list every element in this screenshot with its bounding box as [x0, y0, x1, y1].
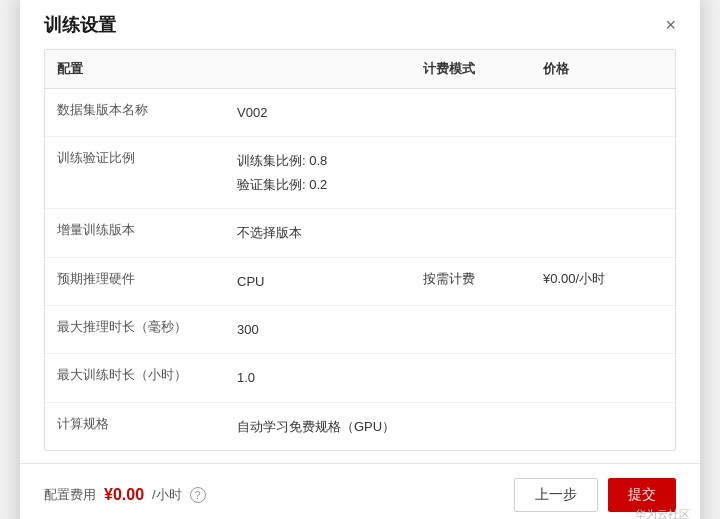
table-row: 数据集版本名称 V002 [45, 89, 675, 137]
row-label: 训练验证比例 [57, 149, 237, 167]
table-row: 训练验证比例 训练集比例: 0.8 验证集比例: 0.2 [45, 137, 675, 209]
row-value: CPU [237, 270, 423, 293]
row-label: 最大推理时长（毫秒） [57, 318, 237, 336]
prev-button[interactable]: 上一步 [514, 478, 598, 512]
footer-left: 配置费用 ¥0.00 /小时 ? [44, 486, 206, 504]
dialog-title: 训练设置 [44, 13, 116, 37]
col-config: 配置 [57, 60, 237, 78]
settings-table: 配置 计费模式 价格 数据集版本名称 V002 训练验证比例 训练集比例: 0.… [44, 49, 676, 451]
config-fee-value: ¥0.00 [104, 486, 144, 504]
row-value: V002 [237, 101, 423, 124]
row-label: 预期推理硬件 [57, 270, 237, 288]
config-fee-unit: /小时 [152, 486, 182, 504]
close-button[interactable]: × [665, 16, 676, 34]
table-row: 最大推理时长（毫秒） 300 [45, 306, 675, 354]
dialog-header: 训练设置 × [20, 0, 700, 49]
table-row: 计算规格 自动学习免费规格（GPU） [45, 403, 675, 450]
row-value: 不选择版本 [237, 221, 423, 244]
row-label: 数据集版本名称 [57, 101, 237, 119]
row-price: ¥0.00/小时 [543, 270, 663, 288]
row-value: 自动学习免费规格（GPU） [237, 415, 423, 438]
col-price: 价格 [543, 60, 663, 78]
dialog-body: 配置 计费模式 价格 数据集版本名称 V002 训练验证比例 训练集比例: 0.… [20, 49, 700, 451]
row-label: 计算规格 [57, 415, 237, 433]
config-fee-label: 配置费用 [44, 486, 96, 504]
row-value: 300 [237, 318, 423, 341]
row-label: 增量训练版本 [57, 221, 237, 239]
table-row: 增量训练版本 不选择版本 [45, 209, 675, 257]
table-header: 配置 计费模式 价格 [45, 50, 675, 89]
col-empty [237, 60, 423, 78]
table-row: 预期推理硬件 CPU 按需计费 ¥0.00/小时 [45, 258, 675, 306]
table-row: 最大训练时长（小时） 1.0 [45, 354, 675, 402]
dialog-footer: 配置费用 ¥0.00 /小时 ? 上一步 提交 [20, 463, 700, 519]
row-label: 最大训练时长（小时） [57, 366, 237, 384]
col-billing: 计费模式 [423, 60, 543, 78]
watermark: 华为云社区 [635, 507, 690, 519]
row-value: 1.0 [237, 366, 423, 389]
row-billing: 按需计费 [423, 270, 543, 288]
training-settings-dialog: 训练设置 × 配置 计费模式 价格 数据集版本名称 V002 训练验证比例 [20, 0, 700, 519]
help-icon[interactable]: ? [190, 487, 206, 503]
row-value: 训练集比例: 0.8 验证集比例: 0.2 [237, 149, 423, 196]
